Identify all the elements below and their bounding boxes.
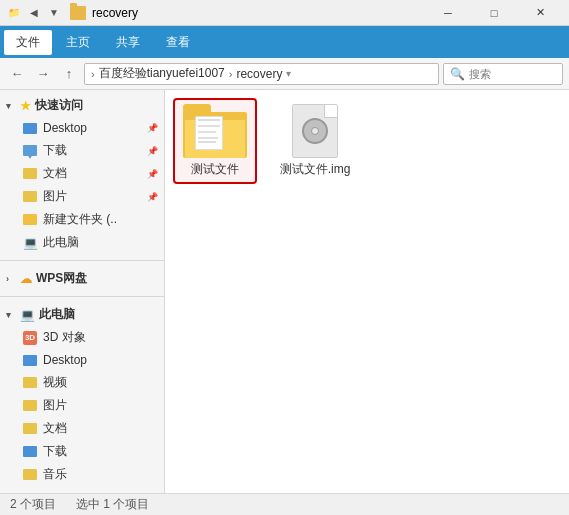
sidebar-thispc-quick-label: 此电脑 bbox=[43, 234, 79, 251]
sidebar-3d-label: 3D 对象 bbox=[43, 329, 86, 346]
sidebar-video-label: 视频 bbox=[43, 374, 67, 391]
pin-icon-pictures: 📌 bbox=[147, 192, 158, 202]
ribbon-tab-share[interactable]: 共享 bbox=[104, 30, 152, 55]
sidebar-item-download[interactable]: 下载 📌 bbox=[0, 139, 164, 162]
wps-toggle: › bbox=[6, 274, 16, 284]
pin-icon-docs: 📌 bbox=[147, 169, 158, 179]
sidebar-item-desktop[interactable]: Desktop 📌 bbox=[0, 117, 164, 139]
cloud-icon: ☁ bbox=[20, 272, 32, 286]
download-icon bbox=[22, 143, 38, 159]
title-text: recovery bbox=[92, 6, 138, 20]
desktop-icon bbox=[22, 120, 38, 136]
status-bar: 2 个项目 选中 1 个项目 bbox=[0, 493, 569, 515]
sidebar-newfolder-label: 新建文件夹 (.. bbox=[43, 211, 117, 228]
sidebar: ▾ ★ 快速访问 Desktop 📌 下载 📌 bbox=[0, 90, 165, 493]
forward-button[interactable]: → bbox=[32, 63, 54, 85]
sidebar-item-video[interactable]: 视频 bbox=[0, 371, 164, 394]
sidebar-item-music[interactable]: 音乐 bbox=[0, 463, 164, 486]
thispc-header[interactable]: ▾ 💻 此电脑 bbox=[0, 303, 164, 326]
up-button[interactable]: ↑ bbox=[58, 63, 80, 85]
sidebar-download2-label: 下载 bbox=[43, 443, 67, 460]
quick-access-header[interactable]: ▾ ★ 快速访问 bbox=[0, 94, 164, 117]
sidebar-item-pictures[interactable]: 图片 📌 bbox=[0, 185, 164, 208]
ribbon: 文件 主页 共享 查看 bbox=[0, 26, 569, 58]
thispc-label: 此电脑 bbox=[39, 306, 75, 323]
quick-access-label: 快速访问 bbox=[35, 97, 83, 114]
sidebar-music-label: 音乐 bbox=[43, 466, 67, 483]
wps-header[interactable]: › ☁ WPS网盘 bbox=[0, 267, 164, 290]
maximize-button[interactable]: □ bbox=[471, 0, 517, 26]
status-selected: 选中 1 个项目 bbox=[76, 496, 149, 513]
ribbon-tab-home[interactable]: 主页 bbox=[54, 30, 102, 55]
sidebar-desktop-label: Desktop bbox=[43, 121, 87, 135]
ribbon-tab-file[interactable]: 文件 bbox=[4, 30, 52, 55]
close-button[interactable]: ✕ bbox=[517, 0, 563, 26]
sidebar-pictures-label: 图片 bbox=[43, 188, 67, 205]
img-label: 测试文件.img bbox=[280, 162, 351, 178]
sidebar-item-docs[interactable]: 文档 📌 bbox=[0, 162, 164, 185]
docs-icon bbox=[22, 166, 38, 182]
3d-icon: 3D bbox=[22, 330, 38, 346]
folder-large-icon bbox=[183, 104, 247, 158]
back-button[interactable]: ← bbox=[6, 63, 28, 85]
address-separator-1: › bbox=[91, 68, 95, 80]
quick-access-toggle: ▾ bbox=[6, 101, 16, 111]
divider-2 bbox=[0, 296, 164, 297]
title-controls: ─ □ ✕ bbox=[425, 0, 563, 26]
window-icon: 📁 bbox=[6, 5, 22, 21]
wps-label: WPS网盘 bbox=[36, 270, 87, 287]
newfolder-icon bbox=[22, 212, 38, 228]
search-input[interactable] bbox=[469, 68, 559, 80]
sidebar-item-3d[interactable]: 3D 3D 对象 bbox=[0, 326, 164, 349]
address-bar[interactable]: › 百度经验tianyuefei1007 › recovery ▾ bbox=[84, 63, 439, 85]
title-bar-icons: 📁 ◀ ▼ bbox=[6, 5, 62, 21]
address-separator-2: › bbox=[229, 68, 233, 80]
sidebar-item-desktop2[interactable]: Desktop bbox=[0, 349, 164, 371]
desktop2-icon bbox=[22, 352, 38, 368]
docs2-icon bbox=[22, 421, 38, 437]
pin-icon-desktop: 📌 bbox=[147, 123, 158, 133]
file-item-img[interactable]: 测试文件.img bbox=[275, 100, 355, 182]
sidebar-docs2-label: 文档 bbox=[43, 420, 67, 437]
quick-access-section: ▾ ★ 快速访问 Desktop 📌 下载 📌 bbox=[0, 90, 164, 258]
sidebar-item-pictures2[interactable]: 图片 bbox=[0, 394, 164, 417]
pictures2-icon bbox=[22, 398, 38, 414]
pc-icon: 💻 bbox=[20, 308, 35, 322]
content-area: 测试文件 测试文件.img bbox=[165, 90, 569, 493]
search-icon: 🔍 bbox=[450, 67, 465, 81]
thispc-section: ▾ 💻 此电脑 3D 3D 对象 Desktop 视频 bbox=[0, 299, 164, 490]
file-item-folder[interactable]: 测试文件 bbox=[175, 100, 255, 182]
sidebar-docs-label: 文档 bbox=[43, 165, 67, 182]
title-folder-icon bbox=[70, 6, 86, 20]
pictures-icon bbox=[22, 189, 38, 205]
sidebar-item-download2[interactable]: 下载 bbox=[0, 440, 164, 463]
ribbon-tab-view[interactable]: 查看 bbox=[154, 30, 202, 55]
download2-icon bbox=[22, 444, 38, 460]
folder-label: 测试文件 bbox=[191, 162, 239, 178]
status-count: 2 个项目 bbox=[10, 496, 56, 513]
pin-icon-download: 📌 bbox=[147, 146, 158, 156]
search-box[interactable]: 🔍 bbox=[443, 63, 563, 85]
minimize-button[interactable]: ─ bbox=[425, 0, 471, 26]
thispc-quick-icon: 💻 bbox=[22, 235, 38, 251]
sidebar-item-docs2[interactable]: 文档 bbox=[0, 417, 164, 440]
sidebar-item-thispc-quick[interactable]: 💻 此电脑 bbox=[0, 231, 164, 254]
sidebar-pictures2-label: 图片 bbox=[43, 397, 67, 414]
title-nav-2: ▼ bbox=[46, 5, 62, 21]
thispc-toggle: ▾ bbox=[6, 310, 16, 320]
img-file-icon bbox=[288, 104, 342, 158]
main-layout: ▾ ★ 快速访问 Desktop 📌 下载 📌 bbox=[0, 90, 569, 493]
divider-1 bbox=[0, 260, 164, 261]
quick-access-star: ★ bbox=[20, 99, 31, 113]
title-bar: 📁 ◀ ▼ recovery ─ □ ✕ bbox=[0, 0, 569, 26]
title-nav-1: ◀ bbox=[26, 5, 42, 21]
address-dropdown-arrow[interactable]: ▾ bbox=[286, 68, 291, 79]
sidebar-item-newfolder[interactable]: 新建文件夹 (.. bbox=[0, 208, 164, 231]
nav-bar: ← → ↑ › 百度经验tianyuefei1007 › recovery ▾ … bbox=[0, 58, 569, 90]
sidebar-download-label: 下载 bbox=[43, 142, 67, 159]
music-icon bbox=[22, 467, 38, 483]
video-icon bbox=[22, 375, 38, 391]
address-root: 百度经验tianyuefei1007 bbox=[99, 65, 225, 82]
wps-section: › ☁ WPS网盘 bbox=[0, 263, 164, 294]
address-current: recovery bbox=[236, 67, 282, 81]
